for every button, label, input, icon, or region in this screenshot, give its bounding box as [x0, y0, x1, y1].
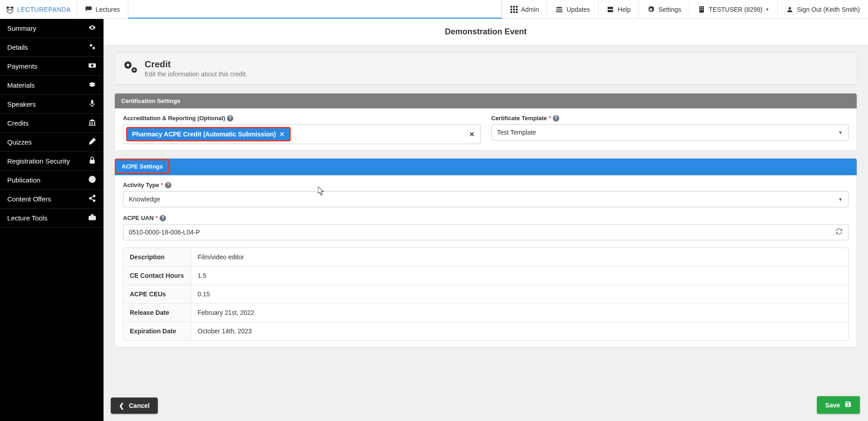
accreditation-input[interactable]: Pharmacy ACPE Credit (Automatic Submissi…: [123, 124, 481, 144]
svg-line-39: [91, 196, 93, 198]
lock-icon: [88, 157, 96, 165]
svg-rect-18: [556, 11, 562, 12]
certificate-template-select[interactable]: Test Template ▼: [491, 124, 849, 140]
user-icon: [786, 6, 793, 13]
svg-rect-22: [700, 7, 701, 8]
gears-icon: [123, 60, 138, 77]
svg-rect-23: [702, 7, 703, 8]
accreditation-label: Accreditation & Reporting (Optional) ?: [123, 115, 481, 122]
svg-point-14: [557, 7, 558, 9]
table-row: Expiration DateOctober 14th, 2023: [123, 322, 848, 340]
nav-updates[interactable]: Updates: [547, 0, 598, 19]
svg-rect-5: [510, 6, 512, 8]
acpe-details-table: DescriptionFilm/video editor CE Contact …: [123, 248, 849, 341]
nav-tenant[interactable]: TESTUSER (8299) ▼: [689, 0, 778, 19]
acpe-uan-input[interactable]: 0510-0000-18-006-L04-P: [123, 224, 849, 240]
credit-panel: Credit Edit the information about this c…: [114, 52, 857, 85]
svg-point-30: [91, 64, 93, 66]
comment-icon: [85, 6, 92, 13]
cancel-button[interactable]: ❮ Cancel: [111, 398, 158, 414]
page-title: Demonstration Event: [104, 19, 868, 45]
sidebar-item-details[interactable]: Details: [0, 38, 104, 57]
table-row: DescriptionFilm/video editor: [123, 248, 848, 267]
svg-point-2: [11, 6, 14, 9]
book-icon: [607, 6, 614, 13]
svg-rect-13: [516, 11, 518, 13]
table-row: Release DateFebruary 21st, 2022: [123, 304, 848, 322]
help-icon[interactable]: ?: [553, 115, 559, 122]
nav-settings[interactable]: Settings: [639, 0, 689, 19]
svg-rect-12: [513, 11, 515, 13]
credit-title: Credit: [145, 59, 247, 70]
svg-point-46: [133, 69, 135, 71]
svg-rect-20: [608, 9, 613, 10]
nav-spacer: [128, 0, 501, 19]
svg-point-1: [7, 6, 9, 9]
gear-icon: [647, 6, 655, 13]
activity-type-label: Activity Type* ?: [123, 182, 849, 188]
money-icon: [88, 62, 96, 70]
sidebar: Summary Details Payments Materials Speak…: [0, 19, 104, 421]
bank-icon: [88, 119, 96, 127]
chevron-down-icon: ▼: [838, 130, 843, 135]
sidebar-item-content-offers[interactable]: Content Offers: [0, 190, 104, 209]
sidebar-item-publication[interactable]: Publication: [0, 171, 104, 190]
svg-point-28: [93, 47, 95, 49]
svg-point-44: [127, 64, 129, 66]
graduation-icon: [88, 81, 96, 89]
brand-logo[interactable]: LECTUREPANDA: [0, 0, 77, 19]
save-icon: [844, 401, 852, 409]
top-navbar: LECTUREPANDA Lectures Admin Updates Help…: [0, 0, 868, 19]
sidebar-item-lecture-tools[interactable]: Lecture Tools: [0, 209, 104, 228]
save-button[interactable]: Save: [817, 396, 860, 414]
svg-line-40: [91, 199, 93, 201]
svg-rect-11: [510, 11, 512, 13]
chevron-down-icon: ▼: [765, 7, 769, 12]
accreditation-token[interactable]: Pharmacy ACPE Credit (Automatic Submissi…: [126, 127, 291, 141]
sidebar-item-registration-security[interactable]: Registration Security: [0, 152, 104, 171]
help-icon[interactable]: ?: [160, 215, 166, 221]
svg-point-26: [788, 7, 791, 9]
credit-subtitle: Edit the information about this credit.: [145, 70, 247, 78]
panda-icon: [5, 5, 14, 14]
token-remove-icon[interactable]: ✕: [279, 131, 285, 138]
table-row: CE Contact Hours1.5: [123, 267, 848, 285]
svg-rect-32: [90, 159, 94, 164]
nav-help[interactable]: Help: [598, 0, 639, 19]
nav-signout[interactable]: Sign Out (Keith Smith): [778, 0, 868, 19]
sidebar-item-summary[interactable]: Summary: [0, 19, 104, 38]
svg-rect-17: [556, 9, 562, 10]
svg-rect-31: [91, 100, 94, 104]
svg-point-3: [8, 9, 9, 10]
nav-lectures[interactable]: Lectures: [77, 0, 129, 19]
activity-type-select[interactable]: Knowledge ▼: [123, 191, 849, 207]
help-icon[interactable]: ?: [165, 182, 171, 188]
svg-rect-7: [516, 6, 518, 8]
acpe-uan-label: ACPE UAN* ?: [123, 215, 849, 221]
refresh-icon[interactable]: [835, 228, 843, 237]
sidebar-item-quizzes[interactable]: Quizzes: [0, 133, 104, 152]
brand-text: LECTUREPANDA: [17, 6, 71, 13]
svg-rect-10: [516, 9, 518, 10]
grid-icon: [510, 6, 518, 13]
certification-section-header: Certification Settings: [115, 94, 857, 108]
svg-rect-25: [702, 9, 703, 10]
nav-admin[interactable]: Admin: [502, 0, 547, 19]
pencil-icon: [88, 138, 96, 146]
svg-rect-8: [510, 9, 512, 10]
globe-icon: [88, 176, 96, 184]
chevron-left-icon: ❮: [119, 402, 124, 409]
main-content: Demonstration Event Credit Edit the info…: [104, 19, 868, 421]
sidebar-item-payments[interactable]: Payments: [0, 57, 104, 76]
help-icon[interactable]: ?: [227, 115, 233, 122]
svg-rect-41: [89, 216, 96, 220]
svg-point-15: [560, 7, 562, 9]
svg-rect-21: [699, 6, 704, 13]
sidebar-item-credits[interactable]: Credits: [0, 114, 104, 133]
acpe-section-header: ACPE Settings: [115, 159, 857, 175]
certification-settings-section: Certification Settings Accreditation & R…: [114, 93, 857, 151]
clear-accreditation-icon[interactable]: ✕: [469, 131, 475, 138]
sidebar-item-speakers[interactable]: Speakers: [0, 95, 104, 114]
microphone-icon: [88, 100, 96, 108]
sidebar-item-materials[interactable]: Materials: [0, 76, 104, 95]
